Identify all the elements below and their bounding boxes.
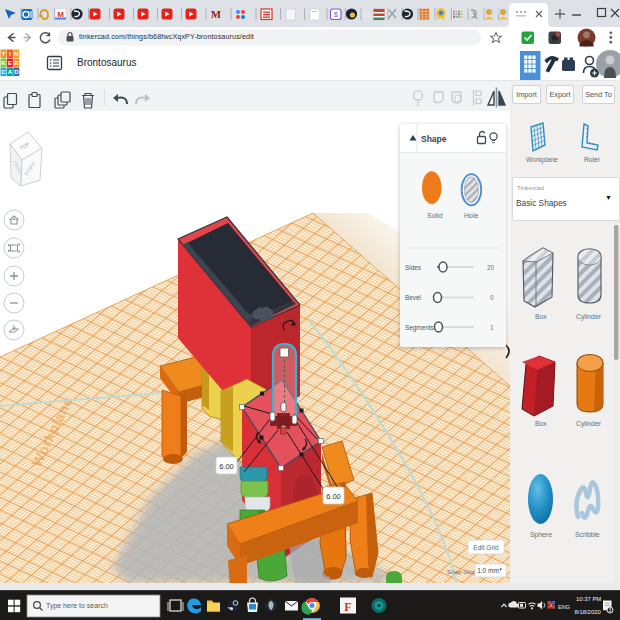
svg-text:C: C [1,69,6,75]
svg-text:6.00: 6.00 [326,492,341,501]
svg-text:6.00: 6.00 [219,462,234,471]
svg-text:N: N [14,51,18,57]
svg-text:R: R [14,60,19,66]
svg-text:A: A [8,69,13,75]
svg-text:F: F [344,600,351,614]
svg-text:Edit Grid: Edit Grid [473,544,499,551]
svg-text:Snap Grid: Snap Grid [447,568,475,575]
svg-text:T: T [2,51,6,57]
svg-text:D: D [14,69,19,75]
svg-text:1.0 mm: 1.0 mm [477,567,499,574]
svg-text:K: K [1,60,6,66]
svg-text:E: E [8,60,12,66]
svg-text:M: M [211,9,221,20]
svg-text:3: 3 [609,607,612,613]
svg-text:M: M [57,10,64,19]
